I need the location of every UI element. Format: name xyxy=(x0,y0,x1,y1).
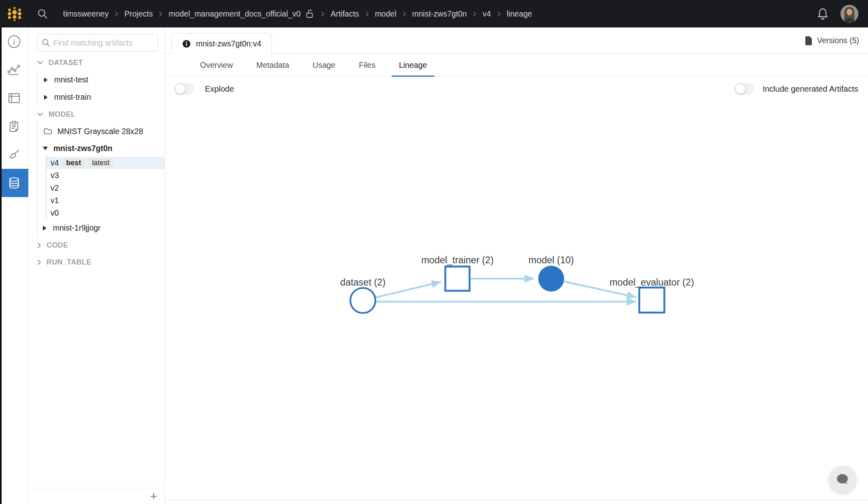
wandb-logo[interactable] xyxy=(0,0,29,27)
tree-item-mnist-train[interactable]: mnist-train xyxy=(38,88,164,106)
triangle-down-icon xyxy=(43,147,48,150)
versions-button[interactable]: Versions (5) xyxy=(805,27,859,54)
version-row-v0[interactable]: v0 xyxy=(46,207,164,219)
top-navbar: timssweeney Projects model_management_do… xyxy=(0,0,868,27)
info-icon: i xyxy=(7,34,21,49)
artifact-search-input[interactable] xyxy=(53,38,154,48)
rail-item-reports[interactable] xyxy=(0,112,28,141)
node-dataset[interactable] xyxy=(350,288,375,313)
tab-files[interactable]: Files xyxy=(347,54,387,76)
chevron-right-icon xyxy=(497,11,501,17)
node-model[interactable] xyxy=(538,266,564,292)
section-label: DATASET xyxy=(48,59,83,67)
triangle-right-icon xyxy=(44,95,48,100)
triangle-right-icon xyxy=(43,226,46,231)
breadcrumb-artifact-type[interactable]: model xyxy=(375,9,396,19)
chevron-down-icon xyxy=(37,61,43,65)
breadcrumb-artifact-name[interactable]: mnist-zws7gt0n xyxy=(412,9,467,19)
tree-section-model[interactable]: MODEL xyxy=(29,106,164,123)
tree-item-label: mnist-test xyxy=(54,75,88,84)
node-model-evaluator[interactable] xyxy=(639,288,664,313)
tag-best[interactable]: best xyxy=(63,158,85,168)
unlocked-icon xyxy=(305,8,315,19)
artifact-sidebar: DATASET mnist-test mnist-train MODEL MNI… xyxy=(29,27,165,504)
add-artifact-button[interactable]: + xyxy=(150,490,157,502)
breadcrumb-lineage[interactable]: lineage xyxy=(507,9,532,19)
triangle-right-icon xyxy=(44,78,48,82)
tree-item-label: MNIST Grayscale 28x28 xyxy=(57,127,143,136)
artifact-tab-label: mnist-zws7gt0n:v4 xyxy=(196,39,261,48)
rail-item-sweeps[interactable] xyxy=(0,141,28,169)
dataset-group: mnist-test mnist-train xyxy=(37,71,164,106)
sidebar-bottom-bar: + xyxy=(29,488,164,504)
tree-section-run-table[interactable]: RUN_TABLE xyxy=(29,254,164,271)
clipboard-icon xyxy=(7,119,21,134)
info-filled-icon xyxy=(182,40,191,48)
support-chat-button[interactable] xyxy=(829,466,856,493)
tree-item-label: mnist-zws7gt0n xyxy=(53,144,112,153)
breadcrumb-project[interactable]: model_management_docs_official_v0 xyxy=(169,9,301,19)
chevron-right-icon xyxy=(473,11,476,17)
rail-item-overview[interactable]: i xyxy=(0,27,28,56)
version-label: v4 xyxy=(51,158,59,168)
version-row-v4[interactable]: v4 best latest xyxy=(46,157,164,169)
search-icon xyxy=(36,8,48,20)
lineage-graph: dataset (2) model_trainer (2) model (10)… xyxy=(165,77,868,504)
tree-item-registered-model[interactable]: MNIST Grayscale 28x28 xyxy=(38,123,164,140)
rail-item-artifacts[interactable] xyxy=(0,169,28,197)
bell-icon xyxy=(816,7,829,21)
version-label: v0 xyxy=(51,208,59,218)
breadcrumb-projects[interactable]: Projects xyxy=(124,9,153,19)
tab-overview[interactable]: Overview xyxy=(188,54,244,76)
version-row-v1[interactable]: v1 xyxy=(46,194,164,207)
tree-section-code[interactable]: CODE xyxy=(29,237,164,254)
tab-usage[interactable]: Usage xyxy=(301,54,347,76)
artifact-version-tab[interactable]: mnist-zws7gt0n:v4 xyxy=(171,33,272,54)
wandb-logo-icon xyxy=(6,5,23,22)
version-label: v3 xyxy=(51,171,59,180)
breadcrumb-version[interactable]: v4 xyxy=(482,9,491,19)
version-row-v3[interactable]: v3 xyxy=(46,169,164,182)
breadcrumb: timssweeney Projects model_management_do… xyxy=(63,8,532,19)
section-label: MODEL xyxy=(48,110,76,119)
version-label: v1 xyxy=(51,196,59,205)
artifact-tabs: Overview Metadata Usage Files Lineage xyxy=(165,54,868,77)
version-row-v2[interactable]: v2 xyxy=(46,182,164,194)
chevron-right-icon xyxy=(321,11,324,17)
line-chart-icon xyxy=(7,63,21,77)
tag-latest[interactable]: latest xyxy=(88,158,113,168)
tree-item-mnist-zws7gt0n[interactable]: mnist-zws7gt0n xyxy=(38,140,164,157)
broom-icon xyxy=(7,147,21,162)
tab-label: Lineage xyxy=(399,61,427,70)
avatar-photo xyxy=(841,5,858,23)
artifact-search-box[interactable] xyxy=(37,34,158,52)
section-label: RUN_TABLE xyxy=(46,258,91,267)
tree-item-mnist-1r9jjogr[interactable]: mnist-1r9jjogr xyxy=(38,219,164,237)
rail-item-charts[interactable] xyxy=(0,56,28,84)
breadcrumb-artifacts[interactable]: Artifacts xyxy=(331,9,359,19)
node-label-model-trainer: model_trainer (2) xyxy=(421,255,494,265)
left-icon-rail: i xyxy=(0,27,29,504)
version-group: v4 best latest v3 v2 v1 v0 xyxy=(46,157,164,219)
table-icon xyxy=(7,91,21,105)
notifications-button[interactable] xyxy=(816,7,829,21)
global-search-button[interactable] xyxy=(36,8,48,20)
tab-lineage[interactable]: Lineage xyxy=(387,54,438,76)
breadcrumb-entity[interactable]: timssweeney xyxy=(63,9,109,19)
search-icon xyxy=(41,38,51,48)
node-label-model: model (10) xyxy=(529,255,574,265)
chevron-right-icon xyxy=(37,242,41,248)
artifact-tab-header: mnist-zws7gt0n:v4 Versions (5) xyxy=(165,27,868,54)
rail-item-tables[interactable] xyxy=(0,84,28,112)
user-avatar[interactable] xyxy=(841,5,858,23)
node-model-trainer[interactable] xyxy=(445,267,470,291)
tree-item-mnist-test[interactable]: mnist-test xyxy=(38,71,164,88)
chevron-right-icon xyxy=(37,259,41,265)
chevron-right-icon xyxy=(115,11,118,17)
tab-label: Usage xyxy=(313,61,335,70)
tab-metadata[interactable]: Metadata xyxy=(244,54,301,76)
versions-button-label: Versions (5) xyxy=(817,36,859,45)
tree-section-dataset[interactable]: DATASET xyxy=(29,54,164,71)
main-panel: mnist-zws7gt0n:v4 Versions (5) Overview … xyxy=(165,27,868,504)
tab-label: Files xyxy=(359,61,375,70)
